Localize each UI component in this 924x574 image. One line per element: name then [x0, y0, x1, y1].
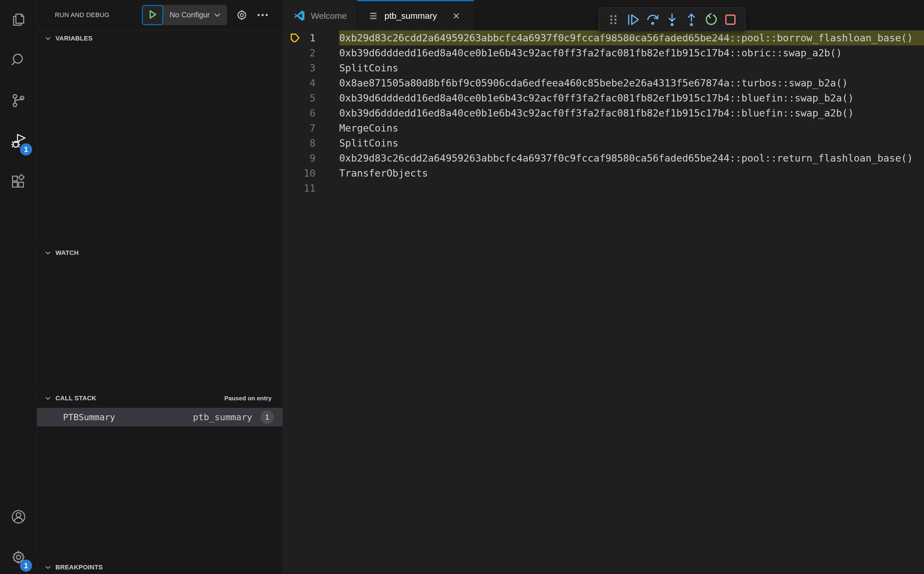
launch-configuration-control: No Configur [142, 5, 227, 25]
debug-current-line-arrow-icon [283, 32, 302, 44]
call-stack-section-header[interactable]: CALL STACK Paused on entry [37, 390, 283, 407]
frame-line-badge: 1 [260, 410, 274, 424]
code-text[interactable]: 0xb39d6dddedd16ed8a40ce0b1e6b43c92acf0ff… [339, 46, 924, 60]
chevron-down-icon [213, 11, 221, 19]
line-number: 5 [302, 92, 315, 104]
sidebar-title: RUN AND DEBUG [55, 11, 110, 19]
line-number: 2 [302, 47, 315, 59]
code-text[interactable]: SplitCoins [339, 136, 924, 151]
drag-handle-icon[interactable] [606, 10, 622, 29]
line-number: 11 [302, 182, 315, 194]
breakpoints-section-header[interactable]: BREAKPOINTS [37, 559, 283, 574]
activity-item-settings[interactable]: 1 [0, 538, 37, 574]
vscode-window: 1 [0, 0, 924, 574]
frame-name: PTBSummary [63, 412, 115, 422]
line-number: 8 [302, 137, 315, 149]
play-icon [147, 9, 158, 20]
pause-status-text: Paused on entry [225, 395, 272, 402]
tab-label: ptb_summary [384, 11, 437, 21]
code-text[interactable]: 0xb39d6dddedd16ed8a40ce0b1e6b43c92acf0ff… [339, 90, 924, 106]
debug-session-badge: 1 [20, 144, 32, 156]
activity-bar-bottom: 1 [0, 497, 37, 574]
editor-area: Welcome ptb_summary [283, 0, 924, 574]
tab-label: Welcome [311, 11, 347, 21]
sidebar-header: RUN AND DEBUG No Configur [37, 0, 283, 30]
code-line[interactable]: 5 0xb39d6dddedd16ed8a40ce0b1e6b43c92acf0… [283, 90, 924, 106]
debug-toolbar [598, 8, 746, 32]
line-number: 3 [302, 62, 315, 74]
section-watch: WATCH [37, 244, 283, 390]
account-icon [11, 509, 26, 526]
code-line[interactable]: 6 0xb39d6dddedd16ed8a40ce0b1e6b43c92acf0… [283, 106, 924, 120]
code-text[interactable]: 0xb29d83c26cdd2a64959263abbcfc4a6937f0c9… [339, 30, 924, 46]
vscode-logo-icon [294, 10, 305, 21]
chevron-down-icon [44, 395, 52, 402]
restart-button[interactable] [703, 10, 719, 29]
section-breakpoints: BREAKPOINTS [37, 559, 283, 574]
file-lines-icon [369, 11, 378, 21]
more-actions-button[interactable] [257, 9, 269, 21]
section-variables: VARIABLES [37, 30, 283, 244]
code-line[interactable]: 1 0xb29d83c26cdd2a64959263abbcfc4a6937f0… [283, 30, 924, 46]
code-area[interactable]: 1 0xb29d83c26cdd2a64959263abbcfc4a6937f0… [283, 30, 924, 196]
continue-button[interactable] [625, 10, 641, 29]
activity-item-run-and-debug[interactable]: 1 [0, 121, 37, 162]
breakpoints-section-label: BREAKPOINTS [55, 564, 102, 571]
activity-bar: 1 [0, 0, 37, 574]
extensions-icon [11, 174, 26, 191]
code-line[interactable]: 3 SplitCoins [283, 60, 924, 76]
activity-item-explorer[interactable] [0, 0, 37, 41]
tab-ptb-summary[interactable]: ptb_summary [357, 0, 474, 30]
code-line[interactable]: 10 TransferObjects [283, 166, 924, 181]
code-text[interactable] [339, 181, 924, 196]
line-number: 1 [302, 32, 315, 44]
start-debugging-button[interactable] [142, 5, 163, 25]
call-stack-frame-row[interactable]: PTBSummary ptb_summary 1 [37, 408, 283, 426]
debug-settings-gear-button[interactable] [236, 9, 248, 21]
line-number: 9 [302, 152, 315, 164]
code-line[interactable]: 7 MergeCoins [283, 120, 924, 136]
launch-configuration-dropdown[interactable]: No Configur [163, 5, 227, 25]
step-over-button[interactable] [645, 10, 661, 29]
chevron-down-icon [44, 249, 52, 256]
activity-item-extensions[interactable] [0, 162, 37, 202]
activity-item-accounts[interactable] [0, 497, 37, 538]
section-call-stack: CALL STACK Paused on entry PTBSummary pt… [37, 390, 283, 559]
code-text[interactable]: 0xb29d83c26cdd2a64959263abbcfc4a6937f0c9… [339, 151, 924, 166]
sidebar-run-and-debug: RUN AND DEBUG No Configur [37, 0, 283, 574]
launch-configuration-label: No Configur [170, 10, 210, 19]
stop-button[interactable] [723, 10, 738, 29]
frame-source: ptb_summary [193, 412, 252, 422]
activity-item-source-control[interactable] [0, 81, 37, 121]
close-icon[interactable] [450, 10, 462, 22]
activity-item-search[interactable] [0, 41, 37, 81]
variables-section-label: VARIABLES [55, 35, 93, 42]
settings-badge: 1 [20, 560, 32, 572]
code-line[interactable]: 11 [283, 181, 924, 196]
code-line[interactable]: 9 0xb29d83c26cdd2a64959263abbcfc4a6937f0… [283, 151, 924, 166]
code-line[interactable]: 8 SplitCoins [283, 136, 924, 151]
code-text[interactable]: 0x8ae871505a80d8bf6bf9c05906cda6edfeea46… [339, 76, 924, 90]
chevron-down-icon [44, 35, 52, 42]
line-number: 6 [302, 107, 315, 119]
code-line[interactable]: 2 0xb39d6dddedd16ed8a40ce0b1e6b43c92acf0… [283, 46, 924, 60]
call-stack-section-label: CALL STACK [55, 394, 96, 402]
code-text[interactable]: TransferObjects [339, 166, 924, 181]
step-into-button[interactable] [664, 10, 680, 29]
variables-section-header[interactable]: VARIABLES [37, 30, 283, 47]
code-text[interactable]: 0xb39d6dddedd16ed8a40ce0b1e6b43c92acf0ff… [339, 106, 924, 120]
line-number: 10 [302, 167, 315, 179]
tab-welcome[interactable]: Welcome [284, 0, 357, 30]
line-number: 7 [302, 122, 315, 134]
git-branch-icon [11, 93, 26, 110]
chevron-down-icon [44, 564, 52, 571]
watch-section-label: WATCH [55, 249, 79, 257]
step-out-button[interactable] [683, 10, 699, 29]
code-text[interactable]: MergeCoins [339, 120, 924, 136]
line-number: 4 [302, 77, 315, 89]
watch-section-header[interactable]: WATCH [37, 244, 283, 261]
search-icon [11, 52, 26, 69]
files-icon [11, 12, 26, 28]
code-text[interactable]: SplitCoins [339, 60, 924, 76]
code-line[interactable]: 4 0x8ae871505a80d8bf6bf9c05906cda6edfeea… [283, 76, 924, 90]
